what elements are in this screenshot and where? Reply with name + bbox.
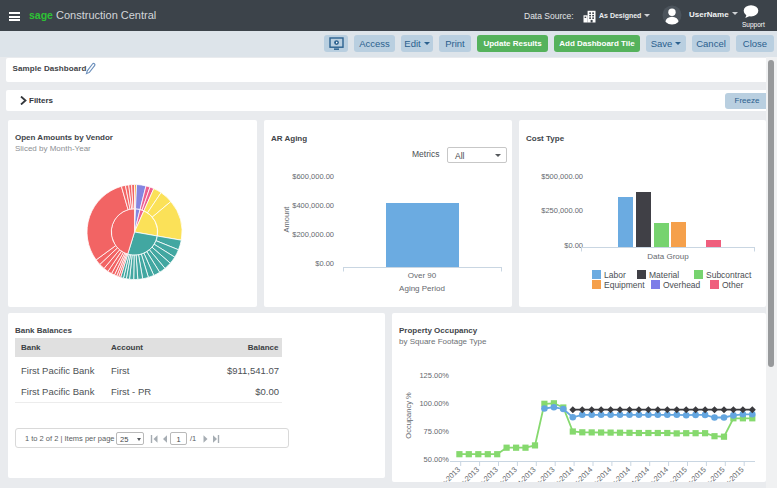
svg-text:Feb-2013: Feb-2013 [433,465,462,482]
